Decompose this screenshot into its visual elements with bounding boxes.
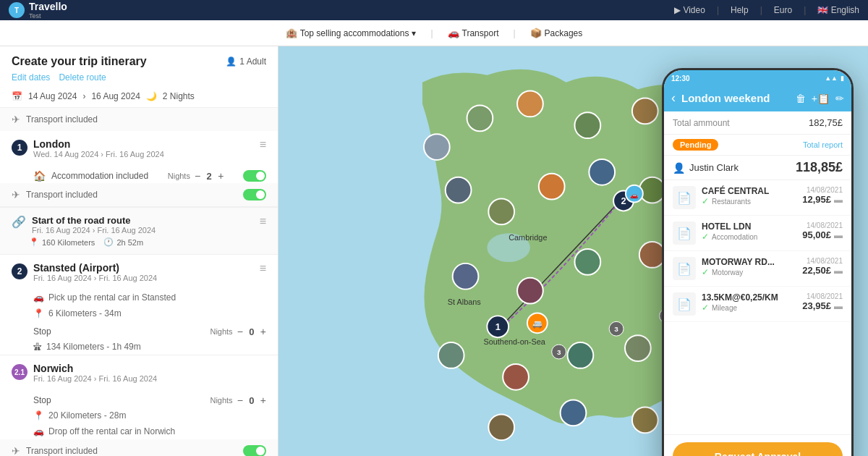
total-report-link[interactable]: Total report bbox=[803, 140, 843, 149]
help-nav-item[interactable]: Help bbox=[731, 5, 749, 15]
clock-icon: 🕐 bbox=[103, 237, 114, 247]
svg-point-9 bbox=[446, 177, 472, 203]
user-info: 👤 Justin Clark bbox=[673, 162, 739, 174]
svg-point-15 bbox=[453, 263, 479, 290]
battery-icon: ▮ bbox=[841, 75, 844, 82]
svg-text:Cambridge: Cambridge bbox=[509, 233, 547, 242]
request-approval-button[interactable]: Request Approval bbox=[673, 442, 843, 456]
expense-date-2: 14/08/2021 bbox=[802, 221, 843, 229]
nights-value: 2 bbox=[205, 171, 213, 182]
road-distance: 📍 160 Kilometers bbox=[29, 237, 95, 247]
nights-increase-btn[interactable]: + bbox=[218, 170, 224, 182]
stansted-detail-3: 🛣 134 Kilometers - 1h 49m bbox=[0, 339, 278, 355]
receipt-mini-3: ▬ bbox=[834, 266, 843, 276]
adults-label: 1 Adult bbox=[239, 56, 266, 67]
norwich-transport-icon: ✈ bbox=[12, 445, 20, 456]
norwich-car-icon: 🚗 bbox=[33, 426, 44, 436]
receipt-mini-2: ▬ bbox=[834, 230, 843, 240]
logo: T Travello Test bbox=[9, 1, 67, 20]
edit-icon[interactable]: ✏ bbox=[835, 93, 844, 104]
london-dates: Wed. 14 Aug 2024 › Fri. 16 Aug 2024 bbox=[33, 150, 260, 159]
stop-nights-increase[interactable]: + bbox=[260, 326, 266, 337]
svg-text:🚗: 🚗 bbox=[630, 191, 639, 200]
delete-route-link[interactable]: Delete route bbox=[59, 72, 106, 83]
expense-amount-4: 23,95£ bbox=[802, 300, 831, 311]
transport-icon-2: ✈ bbox=[12, 189, 20, 200]
norwich-transport-toggle[interactable] bbox=[243, 445, 266, 456]
video-nav-item[interactable]: ▶ Video bbox=[674, 5, 705, 15]
mobile-time: 12:30 bbox=[671, 75, 690, 83]
mobile-title: London weekend bbox=[681, 92, 790, 104]
svg-point-17 bbox=[574, 249, 600, 275]
logo-icon: T bbox=[9, 2, 25, 18]
total-amount-label: Total ammount bbox=[673, 118, 730, 128]
svg-point-24 bbox=[625, 335, 651, 361]
receipt-icon-2: 📄 bbox=[673, 221, 696, 245]
expense-date-1: 14/08/2021 bbox=[802, 186, 843, 194]
svg-point-12 bbox=[589, 159, 615, 185]
london-location: 1 London Wed. 14 Aug 2024 › Fri. 16 Aug … bbox=[0, 131, 278, 166]
svg-point-16 bbox=[517, 278, 543, 304]
stansted-dates: Fri. 16 Aug 2024 › Fri. 16 Aug 2024 bbox=[33, 274, 260, 282]
norwich-dates: Fri. 16 Aug 2024 › Fri. 16 Aug 2024 bbox=[33, 374, 266, 383]
expense-name-3: MOTORWAY RD... bbox=[702, 257, 796, 267]
expense-name-4: 13.5Km@€0,25/Km bbox=[702, 292, 796, 303]
accommodation-label: Accommodation included bbox=[51, 171, 148, 181]
left-panel: Create your trip itinerary 👤 1 Adult Edi… bbox=[0, 46, 278, 456]
accommodations-nav[interactable]: 🏨 Top selling accommodations ▾ bbox=[286, 28, 417, 38]
svg-point-27 bbox=[488, 414, 514, 440]
logo-area: T Travello Test bbox=[9, 1, 67, 20]
delete-icon[interactable]: 🗑 bbox=[796, 93, 806, 104]
norwich-location: 2.1 Norwich Fri. 16 Aug 2024 › Fri. 16 A… bbox=[0, 355, 278, 390]
stop-nights-decrease[interactable]: − bbox=[237, 326, 243, 337]
check-icon-2: ✓ bbox=[702, 232, 709, 242]
mobile-footer: Request Approval bbox=[664, 434, 851, 456]
norwich-stop-label: Stop bbox=[33, 395, 51, 405]
transport-icon: 🚗 bbox=[448, 28, 459, 38]
mobile-header-actions: 🗑 +📋 ✏ bbox=[796, 93, 844, 104]
expense-amount-1: 12,95£ bbox=[802, 194, 831, 205]
main-layout: Create your trip itinerary 👤 1 Adult Edi… bbox=[0, 46, 868, 456]
route-icon: 🛣 bbox=[33, 342, 42, 352]
svg-point-28 bbox=[561, 400, 587, 426]
norwich-nights-increase[interactable]: + bbox=[260, 394, 266, 406]
norwich-section: 2.1 Norwich Fri. 16 Aug 2024 › Fri. 16 A… bbox=[0, 355, 278, 456]
stansted-detail-1: 🚗 Pick up the rental car in Stansted bbox=[0, 290, 278, 305]
accommodation-toggle[interactable] bbox=[243, 170, 266, 182]
back-button[interactable]: ‹ bbox=[671, 90, 676, 106]
panel-actions: Edit dates Delete route bbox=[0, 71, 278, 88]
date-row: 📅 14 Aug 2024 › 16 Aug 2024 🌙 2 Nights bbox=[0, 88, 278, 108]
transport-toggle[interactable] bbox=[243, 189, 266, 200]
nights-decrease-btn[interactable]: − bbox=[195, 170, 200, 182]
check-icon-1: ✓ bbox=[702, 196, 709, 206]
road-icon: 🔗 bbox=[12, 215, 26, 229]
panel-header: Create your trip itinerary 👤 1 Adult bbox=[0, 46, 278, 71]
add-icon[interactable]: +📋 bbox=[812, 93, 830, 104]
transport-nav[interactable]: 🚗 Transport bbox=[448, 28, 499, 38]
expense-amount-3: 22,50£ bbox=[802, 265, 831, 276]
svg-point-11 bbox=[539, 174, 565, 200]
norwich-nights-control: Nights − 0 + bbox=[210, 394, 266, 406]
london-menu-icon[interactable]: ≡ bbox=[260, 138, 266, 151]
location-number-2: 2 bbox=[12, 263, 27, 279]
norwich-nights-decrease[interactable]: − bbox=[237, 394, 243, 406]
road-menu-icon[interactable]: ≡ bbox=[260, 215, 266, 228]
logo-text: Travello bbox=[29, 1, 67, 12]
second-navigation: 🏨 Top selling accommodations ▾ | 🚗 Trans… bbox=[0, 20, 868, 46]
currency-nav-item[interactable]: Euro bbox=[774, 5, 792, 15]
road-route-section: 🔗 Start of the road route Fri. 16 Aug 20… bbox=[0, 207, 278, 255]
stansted-menu-icon[interactable]: ≡ bbox=[260, 262, 266, 275]
norwich-nights-value: 0 bbox=[247, 395, 256, 406]
packages-nav[interactable]: 📦 Packages bbox=[530, 28, 583, 38]
top-navigation: T Travello Test ▶ Video | Help | Euro | … bbox=[0, 0, 868, 20]
svg-point-21 bbox=[438, 342, 464, 368]
location-number-2-1: 2.1 bbox=[12, 364, 27, 380]
check-icon-3: ✓ bbox=[702, 267, 709, 277]
london-transport-label: Transport included bbox=[26, 190, 98, 200]
language-nav-item[interactable]: 🇬🇧 English bbox=[817, 5, 859, 15]
transport-item-label: Transport included bbox=[26, 114, 98, 124]
svg-point-4 bbox=[467, 105, 493, 131]
edit-dates-link[interactable]: Edit dates bbox=[12, 72, 50, 83]
expense-cat-2: Accomodation bbox=[712, 233, 757, 241]
stansted-name: Stansted (Airport) bbox=[33, 262, 260, 274]
